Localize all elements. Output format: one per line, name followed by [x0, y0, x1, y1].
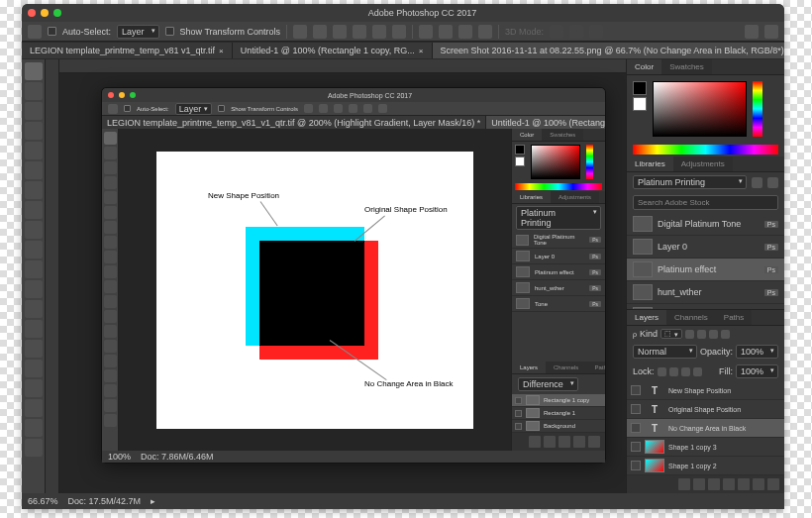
opacity-value[interactable]: 100%	[736, 345, 778, 359]
adj-icon[interactable]	[723, 478, 735, 490]
zoom-tool[interactable]	[25, 439, 43, 457]
titlebar[interactable]: Adobe Photoshop CC 2017	[22, 4, 784, 22]
layer-row[interactable]: TNo Change Area in Black	[627, 419, 784, 438]
library-item[interactable]: Layer 0Ps	[627, 236, 784, 259]
move-tool[interactable]	[25, 62, 43, 80]
library-item[interactable]: Platinum effectPs	[627, 259, 784, 281]
spectrum-bar[interactable]	[633, 145, 778, 155]
gradient-tool[interactable]	[25, 280, 43, 298]
library-item[interactable]: hunt_wtherPs	[627, 281, 784, 304]
align-icon[interactable]	[392, 25, 406, 39]
blend-mode[interactable]: Normal	[633, 345, 697, 359]
visibility-toggle[interactable]	[631, 385, 641, 395]
workspace-icon[interactable]	[764, 25, 778, 39]
layers-tab[interactable]: Layers	[627, 310, 666, 325]
paths-tab[interactable]: Paths	[716, 310, 752, 325]
eraser-tool[interactable]	[25, 260, 43, 278]
filter-icon[interactable]	[709, 330, 718, 339]
blur-tool[interactable]	[25, 300, 43, 318]
group-icon[interactable]	[738, 478, 750, 490]
search-icon[interactable]	[745, 25, 759, 39]
layer-row[interactable]: Shape 1 copy 3	[627, 438, 784, 457]
canvas-area[interactable]: Adobe Photoshop CC 2017 Auto-Select: Lay…	[46, 59, 626, 493]
dodge-tool[interactable]	[25, 320, 43, 338]
layer-row[interactable]: TNew Shape Position	[627, 381, 784, 400]
max-dot[interactable]	[53, 9, 61, 17]
chevron-right-icon[interactable]: ▸	[151, 496, 155, 506]
shape-tool[interactable]	[25, 399, 43, 417]
move-tool-icon[interactable]	[28, 25, 42, 39]
pen-tool[interactable]	[25, 340, 43, 358]
lock-icon[interactable]	[693, 367, 702, 376]
list-view-icon[interactable]	[767, 177, 778, 188]
bg-swatch[interactable]	[633, 97, 647, 111]
stamp-tool[interactable]	[25, 221, 43, 239]
distribute-icon[interactable]	[419, 25, 433, 39]
align-icon[interactable]	[353, 25, 366, 39]
crop-tool[interactable]	[25, 142, 43, 159]
visibility-toggle[interactable]	[631, 404, 641, 414]
close-icon[interactable]: ×	[219, 47, 224, 55]
align-icon[interactable]	[333, 25, 347, 39]
color-tab[interactable]: Color	[627, 59, 661, 74]
lock-icon[interactable]	[658, 367, 666, 376]
fill-value[interactable]: 100%	[736, 364, 778, 378]
distribute-icon[interactable]	[478, 25, 492, 39]
wand-tool[interactable]	[25, 122, 43, 140]
fg-bg-swatches[interactable]	[633, 81, 647, 111]
adjustments-tab[interactable]: Adjustments	[673, 156, 733, 171]
new-layer-icon[interactable]	[753, 478, 764, 490]
doc-tab[interactable]: LEGION template_printme_temp_v81 v1_qtr.…	[22, 43, 233, 58]
hue-slider[interactable]	[753, 81, 762, 137]
align-icon[interactable]	[313, 25, 327, 39]
filter-icon[interactable]	[685, 330, 694, 339]
visibility-toggle[interactable]	[631, 442, 641, 452]
search-stock[interactable]: Search Adobe Stock	[633, 195, 778, 210]
history-brush-tool[interactable]	[25, 241, 43, 259]
distribute-icon[interactable]	[439, 25, 453, 39]
swatches-tab[interactable]: Swatches	[661, 59, 712, 74]
ruler-vertical[interactable]	[46, 59, 59, 493]
marquee-tool[interactable]	[25, 82, 43, 100]
close-dot[interactable]	[28, 9, 36, 17]
grid-view-icon[interactable]	[752, 177, 762, 188]
align-icon[interactable]	[372, 25, 386, 39]
trash-icon[interactable]	[767, 478, 779, 490]
filter-icon[interactable]	[721, 330, 730, 339]
show-transform-checkbox[interactable]	[165, 27, 174, 36]
brush-tool[interactable]	[25, 201, 43, 219]
type-tool[interactable]	[25, 360, 43, 377]
visibility-toggle[interactable]	[631, 461, 641, 470]
path-tool[interactable]	[25, 379, 43, 397]
fg-swatch[interactable]	[633, 81, 647, 95]
zoom-value[interactable]: 66.67%	[28, 496, 58, 506]
auto-select-checkbox[interactable]	[48, 27, 56, 36]
layer-row[interactable]: TOriginal Shape Position	[627, 400, 784, 419]
visibility-toggle[interactable]	[631, 423, 641, 433]
fx-icon[interactable]	[693, 478, 705, 490]
eyedropper-tool[interactable]	[25, 161, 43, 179]
lock-icon[interactable]	[681, 367, 690, 376]
doc-tab-active[interactable]: Screen Shot 2016-11-11 at 08.22.55.png @…	[433, 43, 785, 58]
align-icon[interactable]	[293, 25, 307, 39]
channels-tab[interactable]: Channels	[666, 310, 716, 325]
lock-icon[interactable]	[669, 367, 678, 376]
library-select[interactable]: Platinum Printing	[633, 175, 747, 189]
doc-tab[interactable]: Untitled-1 @ 100% (Rectangle 1 copy, RG.…	[233, 43, 433, 58]
distribute-icon[interactable]	[458, 25, 472, 39]
layer-row[interactable]: Shape 1 copy 2	[627, 457, 784, 475]
ruler-horizontal[interactable]	[59, 59, 626, 73]
library-item[interactable]: Digital Platinum TonePs	[627, 213, 784, 236]
kind-filter[interactable]: ⬚	[660, 329, 682, 339]
hand-tool[interactable]	[25, 419, 43, 437]
link-icon[interactable]	[678, 478, 690, 490]
min-dot[interactable]	[41, 9, 49, 17]
filter-icon[interactable]	[697, 330, 706, 339]
color-field[interactable]	[653, 81, 747, 137]
close-icon[interactable]: ×	[419, 47, 424, 55]
layer-select[interactable]: Layer	[117, 25, 159, 39]
heal-tool[interactable]	[25, 181, 43, 199]
mask-icon[interactable]	[708, 478, 720, 490]
libraries-tab[interactable]: Libraries	[627, 156, 673, 171]
lasso-tool[interactable]	[25, 102, 43, 120]
